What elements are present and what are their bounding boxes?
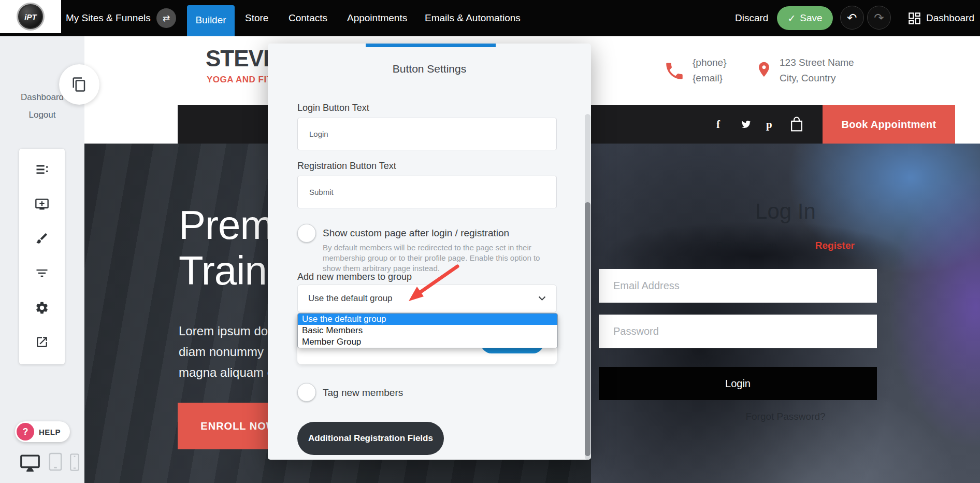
desktop-preview-button[interactable] (19, 453, 41, 474)
tablet-icon (48, 452, 63, 472)
dropdown-option-basic-members[interactable]: Basic Members (298, 325, 557, 336)
tab-contacts[interactable]: Contacts (289, 0, 327, 36)
topbar-dashboard-link[interactable]: Dashboard (926, 0, 974, 36)
shopping-bag-icon[interactable] (789, 105, 804, 144)
pinterest-icon[interactable]: p (766, 105, 772, 144)
dashboard-grid-icon (907, 11, 921, 25)
device-preview-switcher (19, 452, 80, 474)
brush-icon (35, 232, 49, 245)
tag-members-toggle[interactable] (297, 383, 316, 402)
hero-paragraph-line3: magna aliquam e (179, 365, 274, 380)
ipt-logo: iPT (17, 3, 45, 31)
add-to-screen-icon (35, 197, 49, 211)
sidebar-logout-link[interactable]: Logout (0, 110, 84, 120)
design-button[interactable] (35, 232, 49, 247)
login-subtitle-text: Don't have an (716, 240, 777, 251)
login-form-subtitle: Don't have anRegister (591, 240, 980, 251)
add-element-button[interactable] (35, 197, 49, 214)
hero-heading-line1: Prem (179, 202, 273, 249)
mobile-preview-button[interactable] (69, 453, 80, 474)
book-appointment-button[interactable]: Book Appointment (823, 105, 955, 144)
hero-paragraph-line2: diam nonummy (179, 345, 264, 359)
group-select-dropdown: Use the default group Basic Members Memb… (297, 313, 558, 348)
login-hero-section: Log In Don't have anRegister Login Forgo… (591, 144, 980, 483)
tablet-preview-button[interactable] (48, 452, 63, 474)
undo-button[interactable]: ↶ (840, 6, 864, 30)
list-icon (35, 162, 49, 177)
contact-phone: {phone} (693, 57, 727, 68)
mobile-icon (69, 453, 80, 472)
copy-icon (71, 77, 87, 92)
hero-heading-line2: Train (179, 247, 267, 294)
question-mark-icon: ? (17, 423, 34, 441)
filter-button[interactable] (35, 266, 49, 282)
help-button[interactable]: ? HELP (15, 421, 70, 442)
my-sites-funnels-link[interactable]: My Sites & Funnels (66, 0, 151, 36)
open-in-new-icon (35, 335, 49, 349)
logo-panel[interactable]: iPT (0, 0, 61, 33)
login-button-text-input[interactable] (297, 118, 557, 150)
login-button-text-label: Login Button Text (297, 103, 369, 113)
filter-icon (35, 266, 49, 280)
registration-button-text-label: Registration Button Text (297, 161, 396, 172)
email-field[interactable] (599, 269, 877, 303)
contact-address-line2: City, Country (780, 73, 835, 84)
contact-address-line1: 123 Street Name (780, 57, 854, 68)
switch-site-icon[interactable]: ⇄ (156, 8, 176, 28)
open-page-button[interactable] (35, 335, 49, 351)
registration-button-text-input[interactable] (297, 176, 557, 208)
discard-button[interactable]: Discard (735, 0, 768, 36)
site-brand-tagline: YOGA AND FIT (207, 75, 272, 85)
modal-title: Button Settings (268, 63, 591, 75)
builder-toolbar (19, 149, 65, 364)
custom-page-toggle[interactable] (297, 224, 316, 243)
help-label: HELP (39, 428, 61, 436)
twitter-icon[interactable] (740, 105, 752, 144)
site-brand: STEVE (206, 46, 278, 72)
settings-button[interactable] (35, 301, 49, 317)
dropdown-option-member-group[interactable]: Member Group (298, 336, 557, 348)
forgot-password-link[interactable]: Forgot Password? (591, 411, 980, 422)
group-select-value: Use the default group (308, 293, 393, 304)
desktop-icon (19, 453, 41, 472)
save-button[interactable]: ✓ Save (777, 6, 833, 30)
redo-button[interactable]: ↷ (867, 6, 891, 30)
pages-button[interactable] (59, 64, 99, 105)
custom-page-toggle-label: Show custom page after login / registrat… (323, 228, 509, 239)
location-pin-icon (755, 57, 773, 82)
dropdown-option-default[interactable]: Use the default group (298, 314, 557, 325)
register-link[interactable]: Register (815, 240, 855, 251)
tab-store[interactable]: Store (245, 0, 268, 36)
contact-email: {email} (693, 73, 723, 84)
tab-builder[interactable]: Builder (187, 5, 235, 36)
sections-menu-button[interactable] (35, 162, 49, 179)
save-label: Save (800, 12, 822, 24)
red-arrow-annotation (391, 260, 470, 310)
modal-scrollbar[interactable] (585, 114, 590, 460)
login-form-title: Log In (591, 199, 980, 224)
gear-icon (35, 301, 49, 315)
phone-icon (664, 60, 685, 82)
builder-topbar: iPT My Sites & Funnels ⇄ Builder Store C… (0, 0, 980, 36)
tab-appointments[interactable]: Appointments (347, 0, 407, 36)
tab-emails-automations[interactable]: Emails & Automations (425, 0, 521, 36)
additional-registration-fields-button[interactable]: Additional Registration Fields (297, 422, 444, 455)
check-icon: ✓ (787, 12, 796, 24)
site-login-button[interactable]: Login (599, 367, 877, 400)
button-settings-modal: Button Settings Login Button Text Regist… (268, 44, 591, 460)
modal-accent-bar (366, 44, 496, 47)
facebook-icon[interactable]: f (716, 105, 720, 144)
password-field[interactable] (599, 315, 877, 348)
tag-members-toggle-label: Tag new members (323, 387, 403, 399)
chevron-down-icon (538, 296, 546, 301)
hero-paragraph-line1: Lorem ipsum do (179, 324, 268, 338)
modal-scrollbar-thumb[interactable] (585, 202, 590, 456)
